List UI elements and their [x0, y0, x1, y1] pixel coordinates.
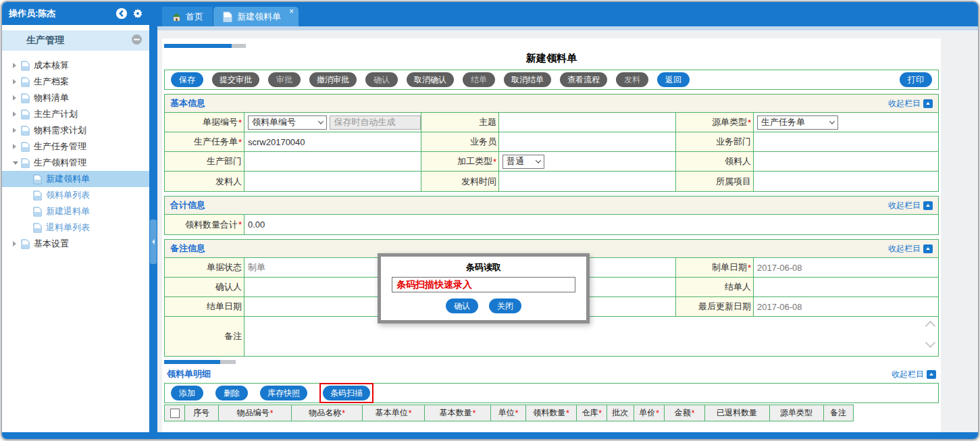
save-button[interactable]: 保存 [171, 72, 203, 87]
sidebar-item-bom[interactable]: 物料清单 [2, 90, 149, 106]
total-qty-field[interactable]: 0.00 [244, 215, 938, 234]
revoke-approval-button[interactable]: 撤消审批 [309, 72, 357, 87]
detail-toolbar: 添加 删除 库存快照 条码扫描 [164, 383, 939, 403]
expand-arrow-icon[interactable] [13, 63, 21, 68]
tab-bar: 首页 新建领料单 × [157, 2, 978, 26]
col-warehouse: 仓库* [577, 405, 607, 421]
delete-row-button[interactable]: 删除 [215, 386, 248, 400]
make-date-field[interactable]: 2017-06-08 [754, 258, 938, 277]
document-icon [21, 93, 30, 103]
stock-snapshot-button[interactable]: 库存快照 [260, 386, 307, 400]
col-item-name: 物品名称* [292, 405, 363, 421]
scroll-down-icon[interactable] [925, 338, 936, 348]
expand-arrow-icon[interactable] [13, 95, 21, 101]
barcode-close-button[interactable]: 关闭 [489, 299, 521, 313]
subject-field[interactable] [499, 113, 676, 132]
issue-time-field[interactable] [499, 172, 676, 191]
sidebar-item-basic-settings[interactable]: 基本设置 [2, 236, 149, 252]
sidebar-item-production-archive[interactable]: 生产档案 [2, 74, 149, 90]
process-type-select[interactable]: 普通 [502, 155, 544, 169]
section-basic-info: 基本信息 收起栏目 单据编号* 领料单编号 保存时自动生成 [164, 94, 939, 192]
chevron-down-icon [829, 118, 835, 124]
expand-arrow-icon[interactable] [13, 128, 21, 133]
issuer-field[interactable] [244, 172, 421, 191]
expand-arrow-icon[interactable] [13, 111, 21, 117]
sidebar-item-task-management[interactable]: 生产任务管理 [2, 138, 149, 155]
confirm-button[interactable]: 确认 [365, 72, 398, 87]
tab-home[interactable]: 首页 [162, 7, 213, 26]
col-req-qty: 领料数量* [526, 405, 577, 421]
back-button[interactable]: 返回 [657, 72, 690, 87]
sidebar-item-new-return[interactable]: 新建退料单 [2, 203, 149, 219]
main-toolbar: 保存 提交审批 审批 撤消审批 确认 取消确认 结单 取消结单 查看流程 发料 … [164, 70, 939, 90]
print-button[interactable]: 打印 [900, 72, 932, 87]
sidebar-item-master-plan[interactable]: 主生产计划 [2, 106, 149, 122]
approve-button[interactable]: 审批 [268, 72, 301, 87]
collapse-total-control[interactable]: 收起栏目 [888, 200, 933, 211]
submit-approval-button[interactable]: 提交审批 [212, 72, 259, 87]
confirm-person-label: 确认人 [165, 278, 244, 296]
sidebar-item-cost-accounting[interactable]: 成本核算 [2, 57, 149, 74]
scroll-up-icon[interactable] [925, 321, 936, 332]
sidebar-item-return-list[interactable]: 退料单列表 [2, 219, 149, 236]
salesman-field[interactable] [499, 132, 676, 151]
select-all-cell [165, 405, 185, 421]
tab-new-requisition[interactable]: 新建领料单 × [213, 7, 299, 26]
barcode-scan-button[interactable]: 条码扫描 [323, 386, 370, 400]
busi-dept-field[interactable] [754, 132, 938, 151]
gear-icon[interactable] [132, 7, 144, 20]
project-field[interactable] [754, 172, 938, 191]
picker-label: 领料人 [676, 152, 754, 171]
task-field[interactable]: scrw20170040 [244, 132, 421, 151]
document-icon [21, 239, 30, 249]
close-order-button[interactable]: 结单 [463, 72, 495, 87]
form-row: 发料人 发料时间 所属项目 [165, 172, 938, 191]
col-source-type: 源单类型 [770, 405, 824, 421]
sidebar-item-requisition-list[interactable]: 领料单列表 [2, 187, 149, 203]
source-type-select[interactable]: 生产任务单 [757, 115, 838, 130]
select-all-checkbox[interactable] [170, 409, 180, 418]
barcode-input[interactable]: 条码扫描快速录入 [392, 277, 575, 292]
prod-dept-label: 生产部门 [165, 152, 244, 171]
add-row-button[interactable]: 添加 [171, 386, 203, 400]
sidebar-item-mrp[interactable]: 物料需求计划 [2, 122, 149, 138]
collapse-up-icon [927, 370, 936, 379]
collapse-detail-control[interactable]: 收起栏目 [892, 369, 936, 380]
sidebar-item-material-requisition-mgmt[interactable]: 生产领料管理 [2, 155, 149, 171]
tab-home-label: 首页 [186, 11, 203, 23]
document-icon [21, 158, 30, 168]
closer-field[interactable] [754, 278, 938, 296]
expand-arrow-icon[interactable] [13, 79, 21, 84]
col-seq: 序号 [185, 405, 219, 421]
collapse-up-icon [923, 99, 933, 108]
sidebar-section-header[interactable]: 生产管理 [2, 30, 149, 51]
minus-circle-icon[interactable] [131, 34, 143, 47]
picker-field[interactable] [754, 152, 938, 171]
col-item-code: 物品编号* [219, 405, 292, 421]
issue-material-button[interactable]: 发料 [616, 72, 648, 87]
sidebar-splitter[interactable] [149, 2, 157, 432]
collapse-arrow-icon[interactable] [13, 161, 21, 165]
sidebar: 操作员:陈杰 生产管理 成本核算 [2, 2, 149, 432]
task-label: 生产任务单* [165, 132, 244, 151]
cancel-confirm-button[interactable]: 取消确认 [407, 72, 454, 87]
collapse-basic-control[interactable]: 收起栏目 [888, 98, 933, 109]
update-date-field: 2017-06-08 [754, 297, 938, 316]
document-icon [33, 190, 42, 201]
barcode-confirm-button[interactable]: 确认 [446, 299, 478, 313]
expand-arrow-icon[interactable] [13, 241, 21, 247]
collapse-remark-control[interactable]: 收起栏目 [888, 243, 933, 255]
prod-dept-field[interactable] [244, 152, 421, 171]
close-tab-icon[interactable]: × [289, 7, 294, 16]
col-base-unit: 基本单位* [363, 405, 425, 421]
splitter-collapse-handle[interactable] [150, 219, 157, 264]
section-total-title: 合计信息 [170, 199, 888, 211]
cancel-close-button[interactable]: 取消结单 [504, 72, 551, 87]
collapse-sidebar-icon[interactable] [115, 7, 128, 20]
sidebar-item-new-requisition[interactable]: 新建领料单 [2, 171, 149, 187]
docno-type-select[interactable]: 领料单编号 [248, 115, 327, 130]
col-remark: 备注 [824, 405, 853, 421]
view-flow-button[interactable]: 查看流程 [560, 72, 607, 87]
sidebar-item-label: 新建领料单 [46, 173, 90, 185]
expand-arrow-icon[interactable] [13, 144, 21, 149]
